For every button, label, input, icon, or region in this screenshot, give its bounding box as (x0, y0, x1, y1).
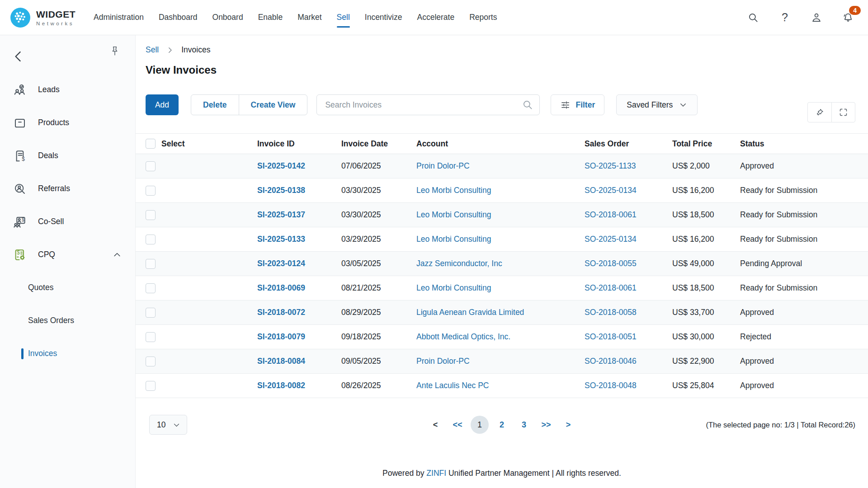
sidebar-item-products[interactable]: Products (0, 106, 135, 139)
row-checkbox[interactable] (146, 283, 156, 293)
invoice-date: 08/21/2025 (341, 283, 416, 293)
row-checkbox[interactable] (146, 186, 156, 196)
account-link[interactable]: Proin Dolor-PC (416, 357, 470, 366)
row-checkbox[interactable] (146, 357, 156, 366)
footer-zinfi-link[interactable]: ZINFI (426, 469, 446, 478)
status: Approved (740, 381, 868, 390)
row-checkbox[interactable] (146, 381, 156, 391)
row-checkbox[interactable] (146, 332, 156, 342)
breadcrumb-parent[interactable]: Sell (146, 45, 159, 55)
invoice-id-link[interactable]: SI-2018-0082 (257, 381, 305, 390)
search-icon[interactable] (747, 11, 760, 24)
table-row: SI-2018-0072 08/29/2025 Ligula Aenean Gr… (136, 300, 868, 325)
filter-button[interactable]: Filter (551, 94, 604, 115)
row-checkbox[interactable] (146, 210, 156, 220)
pager-button-prev[interactable]: < (426, 416, 444, 434)
sidebar-item-referrals[interactable]: Referrals (0, 172, 135, 205)
deals-icon: $ (13, 149, 27, 163)
nav-item-dashboard[interactable]: Dashboard (159, 10, 198, 25)
nav-item-accelerate[interactable]: Accelerate (417, 10, 454, 25)
account-link[interactable]: Leo Morbi Consulting (416, 186, 491, 195)
nav-item-onboard[interactable]: Onboard (212, 10, 243, 25)
sales-order-link[interactable]: SO-2018-0046 (585, 357, 637, 366)
pager-current-page[interactable]: 1 (471, 416, 489, 434)
bell-icon[interactable]: 4 (842, 11, 854, 24)
sales-order-link[interactable]: SO-2025-0134 (585, 235, 637, 244)
sales-order-link[interactable]: SO-2018-0061 (585, 210, 637, 219)
nav-item-sell[interactable]: Sell (337, 10, 350, 25)
sidebar-pin-icon[interactable] (109, 45, 121, 57)
column-account: Account (416, 139, 585, 149)
account-link[interactable]: Ante Laculis Nec PC (416, 381, 489, 390)
pager-button-next[interactable]: > (559, 416, 577, 434)
invoice-id-link[interactable]: SI-2018-0069 (257, 283, 305, 292)
sales-order-link[interactable]: SO-2018-0061 (585, 283, 637, 292)
fullscreen-icon[interactable] (831, 103, 855, 122)
account-link[interactable]: Jazz Semiconductor, Inc (416, 259, 502, 268)
account-link[interactable]: Leo Morbi Consulting (416, 283, 491, 292)
search-field-wrap (316, 94, 540, 115)
invoice-id-link[interactable]: SI-2018-0084 (257, 357, 305, 366)
invoice-id-link[interactable]: SI-2025-0142 (257, 161, 305, 170)
invoice-id-link[interactable]: SI-2018-0079 (257, 332, 305, 341)
user-icon[interactable] (810, 11, 823, 24)
sidebar-subitem-sales-orders[interactable]: Sales Orders (0, 304, 135, 337)
sidebar-collapse-icon[interactable] (11, 49, 26, 64)
table-row: SI-2025-0138 03/30/2025 Leo Morbi Consul… (136, 178, 868, 203)
row-checkbox[interactable] (146, 259, 156, 269)
sidebar-item-co-sell[interactable]: $ Co-Sell (0, 205, 135, 238)
sidebar-item-leads[interactable]: Leads (0, 73, 135, 106)
invoice-id-link[interactable]: SI-2025-0137 (257, 210, 305, 219)
chevron-up-icon[interactable] (113, 250, 122, 259)
add-button[interactable]: Add (146, 94, 179, 115)
invoice-id-link[interactable]: SI-2025-0133 (257, 235, 305, 244)
account-link[interactable]: Proin Dolor-PC (416, 161, 470, 170)
pager-button-page-3[interactable]: 3 (515, 416, 533, 434)
status: Approved (740, 357, 868, 366)
help-icon[interactable]: ? (778, 11, 791, 24)
delete-button[interactable]: Delete (191, 95, 239, 115)
pager-button-page-2[interactable]: 2 (493, 416, 511, 434)
sales-order-link[interactable]: SO-2018-0058 (585, 308, 637, 317)
page-size-select[interactable]: 10 (149, 415, 187, 435)
invoice-id-link[interactable]: SI-2025-0138 (257, 186, 305, 195)
brand-subtitle: Networks (36, 21, 75, 26)
invoice-id-link[interactable]: SI-2018-0072 (257, 308, 305, 317)
status: Approved (740, 161, 868, 171)
search-input-icon[interactable] (522, 99, 533, 111)
sidebar-subitem-quotes[interactable]: Quotes (0, 271, 135, 304)
search-input[interactable] (316, 94, 540, 115)
column-invoice-date: Invoice Date (341, 139, 416, 149)
pin-view-icon[interactable] (808, 103, 831, 122)
row-checkbox[interactable] (146, 161, 156, 171)
saved-filters-dropdown[interactable]: Saved Filters (616, 94, 698, 115)
sales-order-link[interactable]: SO-2018-0051 (585, 332, 637, 341)
nav-item-incentivize[interactable]: Incentivize (365, 10, 402, 25)
sales-order-link[interactable]: SO-2025-0134 (585, 186, 637, 195)
total-price: US$ 16,200 (672, 235, 740, 244)
breadcrumb: Sell Invoices (146, 45, 868, 55)
account-link[interactable]: Ligula Aenean Gravida Limited (416, 308, 524, 317)
nav-item-market[interactable]: Market (297, 10, 321, 25)
nav-item-administration[interactable]: Administration (94, 10, 144, 25)
sales-order-link[interactable]: SO-2025-1133 (585, 161, 636, 170)
account-link[interactable]: Leo Morbi Consulting (416, 210, 491, 219)
pager-button-last[interactable]: >> (537, 416, 555, 434)
sales-order-link[interactable]: SO-2018-0048 (585, 381, 637, 390)
create-view-button[interactable]: Create View (239, 95, 307, 115)
account-link[interactable]: Abbott Medical Optics, Inc. (416, 332, 510, 341)
invoice-id-link[interactable]: SI-2023-0124 (257, 259, 305, 268)
nav-item-reports[interactable]: Reports (469, 10, 497, 25)
cpq-icon: $ (13, 248, 27, 262)
row-checkbox[interactable] (146, 235, 156, 244)
sidebar-item-deals[interactable]: $ Deals (0, 139, 135, 172)
pager-button-first[interactable]: << (448, 416, 467, 434)
nav-item-enable[interactable]: Enable (258, 10, 283, 25)
sidebar-subitem-invoices[interactable]: Invoices (0, 337, 135, 370)
svg-text:$: $ (22, 217, 24, 222)
row-checkbox[interactable] (146, 308, 156, 318)
sidebar-item-cpq[interactable]: $ CPQ (0, 238, 135, 271)
sales-order-link[interactable]: SO-2018-0055 (585, 259, 637, 268)
select-all-checkbox[interactable] (146, 139, 156, 149)
account-link[interactable]: Leo Morbi Consulting (416, 235, 491, 244)
